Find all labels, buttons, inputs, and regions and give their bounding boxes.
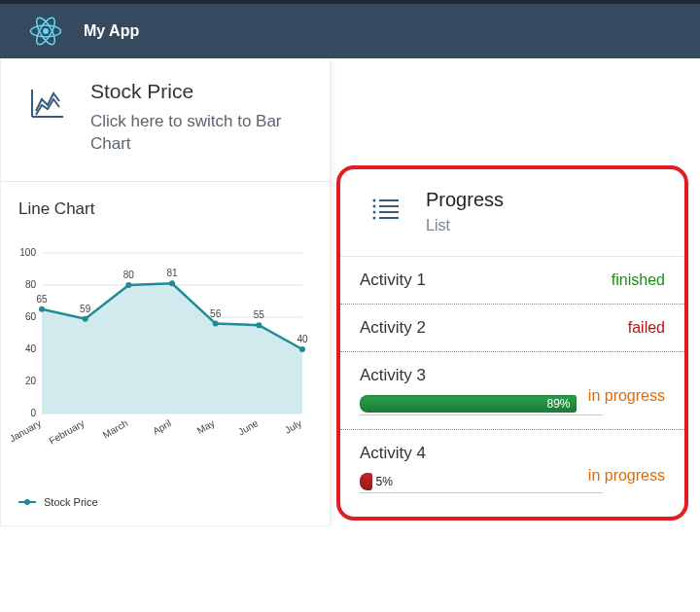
activity-name: Activity 1 bbox=[360, 270, 426, 290]
line-chart-icon bbox=[28, 84, 67, 123]
status-badge: in progress bbox=[588, 387, 665, 405]
activity-name: Activity 3 bbox=[360, 366, 426, 385]
activity-row[interactable]: Activity 3 in progress 89% bbox=[340, 351, 684, 429]
svg-text:January: January bbox=[11, 417, 43, 444]
svg-text:65: 65 bbox=[36, 294, 48, 305]
svg-point-16 bbox=[39, 306, 45, 312]
svg-point-22 bbox=[169, 280, 175, 286]
activity-row[interactable]: Activity 4 in progress 5% bbox=[340, 429, 684, 507]
list-icon bbox=[369, 193, 402, 226]
stock-price-card: Stock Price Click here to switch to Bar … bbox=[0, 58, 331, 526]
progress-percent: 89% bbox=[546, 397, 570, 411]
topbar: My App bbox=[0, 0, 700, 58]
progress-bar: 89% bbox=[360, 395, 603, 415]
svg-text:40: 40 bbox=[25, 343, 37, 354]
svg-text:60: 60 bbox=[25, 311, 37, 322]
status-badge: finished bbox=[612, 271, 665, 289]
svg-text:June: June bbox=[236, 417, 261, 438]
svg-text:80: 80 bbox=[123, 270, 135, 280]
activity-name: Activity 2 bbox=[360, 318, 426, 338]
card-subtitle: Click here to switch to Bar Chart bbox=[90, 111, 306, 156]
svg-point-0 bbox=[43, 28, 49, 34]
svg-point-41 bbox=[373, 199, 376, 202]
svg-point-44 bbox=[373, 217, 376, 220]
progress-bar: 5% bbox=[360, 473, 603, 493]
svg-point-20 bbox=[125, 282, 131, 288]
activity-row[interactable]: Activity 2 failed bbox=[340, 304, 684, 351]
activity-name: Activity 4 bbox=[360, 444, 426, 463]
activity-row[interactable]: Activity 1 finished bbox=[340, 256, 684, 304]
svg-text:April: April bbox=[151, 417, 173, 437]
svg-text:July: July bbox=[283, 417, 303, 435]
svg-text:100: 100 bbox=[19, 247, 36, 258]
panel-title: Progress bbox=[426, 189, 504, 211]
chart: 02040608010065598081565540JanuaryFebruar… bbox=[1, 219, 330, 496]
svg-point-24 bbox=[213, 320, 219, 326]
panel-subtitle: List bbox=[426, 217, 504, 234]
svg-text:March: March bbox=[101, 417, 130, 440]
svg-text:56: 56 bbox=[210, 307, 222, 318]
svg-point-43 bbox=[373, 211, 376, 214]
svg-text:55: 55 bbox=[254, 309, 265, 320]
legend-label: Stock Price bbox=[44, 496, 98, 508]
progress-percent: 5% bbox=[376, 475, 393, 488]
svg-text:0: 0 bbox=[30, 408, 36, 418]
chart-caption: Line Chart bbox=[1, 182, 330, 219]
svg-point-28 bbox=[299, 346, 305, 352]
card-title: Stock Price bbox=[90, 80, 306, 103]
chart-legend: Stock Price bbox=[1, 496, 330, 525]
svg-text:20: 20 bbox=[25, 376, 37, 386]
status-badge: in progress bbox=[588, 467, 665, 485]
svg-point-26 bbox=[256, 322, 262, 328]
svg-text:May: May bbox=[195, 417, 217, 436]
react-logo-icon bbox=[29, 15, 62, 48]
svg-text:February: February bbox=[48, 417, 87, 447]
svg-text:80: 80 bbox=[25, 279, 37, 290]
status-badge: failed bbox=[628, 319, 665, 337]
svg-text:81: 81 bbox=[166, 268, 178, 278]
svg-text:40: 40 bbox=[297, 334, 308, 344]
progress-panel: Progress List Activity 1 finished Activi… bbox=[336, 165, 688, 521]
app-title: My App bbox=[84, 22, 139, 40]
card-header[interactable]: Stock Price Click here to switch to Bar … bbox=[1, 58, 330, 181]
svg-text:59: 59 bbox=[80, 304, 91, 314]
svg-point-42 bbox=[373, 205, 376, 208]
panel-header: Progress List bbox=[340, 169, 684, 256]
svg-point-18 bbox=[83, 316, 88, 322]
legend-marker-icon bbox=[18, 497, 36, 507]
